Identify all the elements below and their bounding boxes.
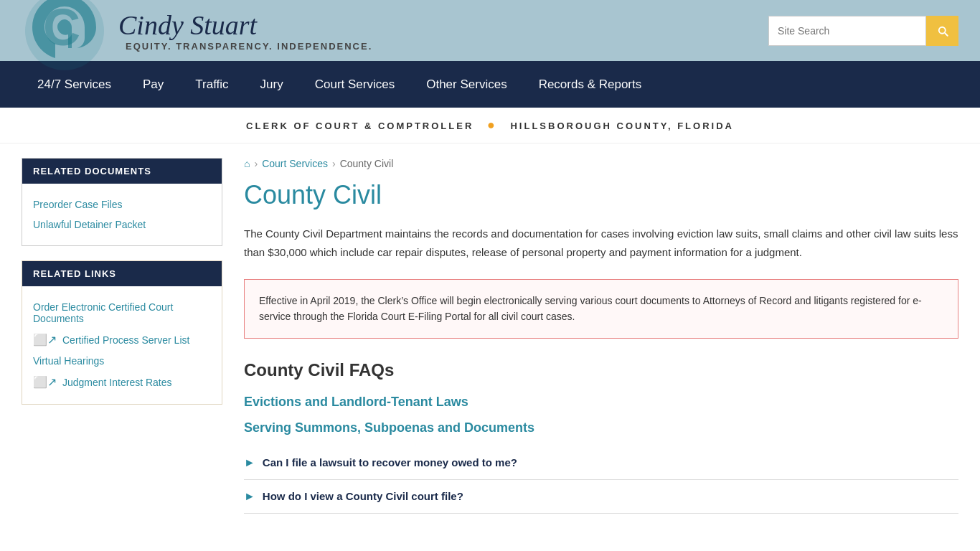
faq-arrow-icon-1: ► [244,490,255,503]
page-title: County Civil [244,180,958,210]
sub-header: CLERK OF COURT & COMPTROLLER ● HILLSBORO… [0,108,980,143]
unlawful-detainer-link[interactable]: Unlawful Detainer Packet [33,215,211,235]
logo-area: C Cindy Stuart EQUITY. TRANSPARENCY. IND… [22,0,372,74]
nav-item-records-reports[interactable]: Records & Reports [523,61,658,108]
preorder-case-files-link[interactable]: Preorder Case Files [33,194,211,215]
search-icon [936,24,949,37]
page-description: The County Civil Department maintains th… [244,225,958,261]
related-documents-title: RELATED DOCUMENTS [22,159,222,184]
certified-process-link[interactable]: ⬜↗ Certified Process Server List [33,329,211,351]
search-button[interactable] [926,16,958,46]
related-documents-links: Preorder Case Files Unlawful Detainer Pa… [22,184,222,245]
breadcrumb: ⌂ › Court Services › County Civil [244,158,958,169]
faq-subsection-title-1: Serving Summons, Subpoenas and Documents [244,420,958,435]
dot-separator: ● [487,118,497,132]
related-links-links: Order Electronic Certified Court Documen… [22,286,222,404]
related-documents-box: RELATED DOCUMENTS Preorder Case Files Un… [22,158,222,246]
clerk-title: CLERK OF COURT & COMPTROLLER [246,121,473,131]
external-icon-1: ⬜↗ [33,333,57,347]
faq-question-0: Can I file a lawsuit to recover money ow… [263,456,517,468]
current-page-breadcrumb: County Civil [340,158,394,169]
notice-text: Effective in April 2019, the Clerk’s Off… [259,293,943,325]
logo-text-group: Cindy Stuart EQUITY. TRANSPARENCY. INDEP… [118,9,372,52]
external-icon-2: ⬜↗ [33,375,57,389]
related-links-title: RELATED LINKS [22,261,222,286]
judgment-interest-link[interactable]: ⬜↗ Judgment Interest Rates [33,371,211,393]
court-services-breadcrumb[interactable]: Court Services [262,158,328,169]
nav-item-other-services[interactable]: Other Services [410,61,522,108]
header: C Cindy Stuart EQUITY. TRANSPARENCY. IND… [0,0,980,61]
faq-item-0[interactable]: ► Can I file a lawsuit to recover money … [244,446,958,480]
faq-arrow-icon-0: ► [244,456,255,469]
breadcrumb-sep-2: › [332,158,336,169]
faq-question-1: How do I view a County Civil court file? [263,490,463,502]
logo-icon: C [22,0,108,74]
breadcrumb-sep-1: › [254,158,258,169]
home-breadcrumb[interactable]: ⌂ [244,158,250,169]
main-layout: RELATED DOCUMENTS Preorder Case Files Un… [0,143,980,528]
order-electronic-link[interactable]: Order Electronic Certified Court Documen… [33,297,211,329]
svg-text:C: C [43,0,80,56]
home-icon: ⌂ [244,158,250,169]
search-area [768,16,958,46]
virtual-hearings-link[interactable]: Virtual Hearings [33,351,211,371]
faq-section-title: County Civil FAQs [244,360,958,380]
logo-name: Cindy Stuart [118,9,372,41]
faq-item-1[interactable]: ► How do I view a County Civil court fil… [244,480,958,514]
tagline: EQUITY. TRANSPARENCY. INDEPENDENCE. [126,41,372,52]
search-input[interactable] [768,16,926,46]
notice-box: Effective in April 2019, the Clerk’s Off… [244,279,958,339]
county-title: HILLSBOROUGH COUNTY, FLORIDA [510,121,734,131]
sidebar: RELATED DOCUMENTS Preorder Case Files Un… [22,158,222,514]
main-content: ⌂ › Court Services › County Civil County… [244,158,958,514]
faq-subsection-title-0: Evictions and Landlord-Tenant Laws [244,395,958,410]
related-links-box: RELATED LINKS Order Electronic Certified… [22,260,222,405]
